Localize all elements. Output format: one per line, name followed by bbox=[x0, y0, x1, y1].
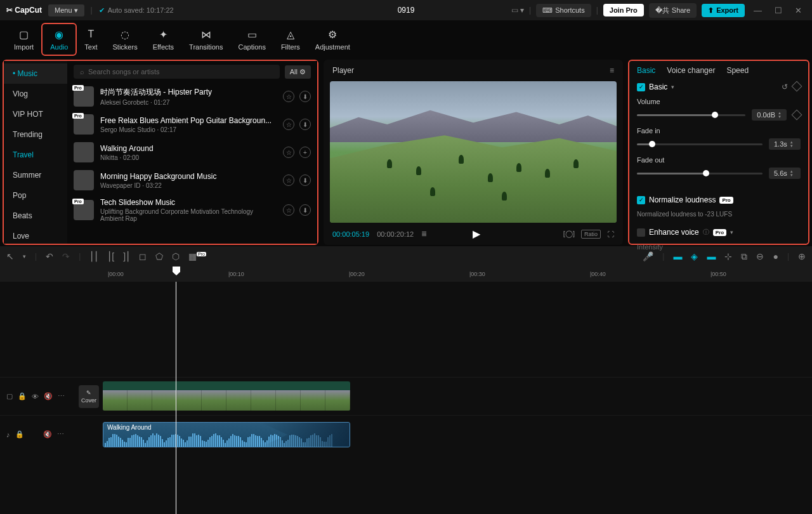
track-item[interactable]: Walking AroundNikitta · 02:00 ☆+ bbox=[67, 138, 317, 166]
track-type-icon[interactable]: ▢ bbox=[6, 392, 13, 400]
tab-audio[interactable]: ◉Audio bbox=[41, 23, 77, 56]
cat-vlog[interactable]: Vlog bbox=[4, 84, 67, 104]
link-icon[interactable]: ⧉ bbox=[741, 251, 747, 262]
enhance-checkbox[interactable] bbox=[637, 228, 645, 237]
trim-left-icon[interactable]: ⎮[ bbox=[107, 251, 114, 261]
zoom-slider-icon[interactable]: ● bbox=[773, 251, 778, 261]
menu-button[interactable]: Menu ▾ bbox=[48, 4, 84, 16]
crop-icon[interactable]: ◻ bbox=[139, 251, 147, 261]
redo-icon[interactable]: ↷ bbox=[62, 251, 70, 261]
fadein-value[interactable]: 1.3s▲▼ bbox=[769, 138, 801, 150]
video-preview[interactable] bbox=[330, 81, 617, 223]
cat-beats[interactable]: Beats bbox=[4, 206, 67, 226]
select-tool-icon[interactable]: ↖ bbox=[6, 251, 14, 261]
info-icon[interactable]: ⓘ bbox=[703, 228, 709, 237]
snap1-icon[interactable]: ▬ bbox=[673, 251, 682, 261]
ai-icon[interactable]: ▦Pro bbox=[188, 251, 206, 261]
more-icon[interactable]: ⋯ bbox=[58, 392, 65, 400]
fadeout-value[interactable]: 5.6s▲▼ bbox=[769, 168, 801, 179]
favorite-icon[interactable]: ☆ bbox=[283, 119, 294, 130]
track-item[interactable]: Pro Tech Slideshow MusicUplifting Backgr… bbox=[67, 194, 317, 226]
marker-icon[interactable]: ⬠ bbox=[155, 251, 163, 261]
volume-value[interactable]: 0.0dB▲▼ bbox=[752, 109, 787, 121]
favorite-icon[interactable]: ☆ bbox=[283, 91, 294, 102]
maximize-icon[interactable]: ☐ bbox=[771, 6, 786, 15]
search-input[interactable]: ⌕Search songs or artists bbox=[74, 65, 280, 79]
volume-slider[interactable] bbox=[637, 114, 745, 116]
player-menu-icon[interactable]: ≡ bbox=[610, 66, 614, 75]
minimize-icon[interactable]: — bbox=[750, 6, 766, 15]
cat-summer[interactable]: Summer bbox=[4, 165, 67, 185]
tab-adjustment[interactable]: ⚙Adjustment bbox=[308, 24, 358, 55]
playhead-marker[interactable] bbox=[173, 267, 180, 275]
lock-icon[interactable]: 🔒 bbox=[18, 392, 27, 400]
share-button[interactable]: �共 Share bbox=[649, 3, 697, 18]
export-button[interactable]: ⬆ Export bbox=[702, 4, 745, 17]
play-button[interactable]: ▶ bbox=[473, 228, 480, 240]
close-icon[interactable]: ✕ bbox=[791, 6, 806, 15]
tab-filters[interactable]: ◬Filters bbox=[273, 24, 308, 55]
tab-effects[interactable]: ✦Effects bbox=[145, 24, 181, 55]
cat-travel[interactable]: Travel bbox=[4, 145, 67, 165]
fadeout-slider[interactable] bbox=[637, 173, 763, 175]
cat-viphot[interactable]: VIP HOT bbox=[4, 104, 67, 124]
lock-icon[interactable]: 🔒 bbox=[15, 430, 24, 438]
mute-icon[interactable]: 🔇 bbox=[44, 392, 53, 400]
basic-checkbox[interactable]: ✓ bbox=[637, 83, 645, 91]
snap3-icon[interactable]: ▬ bbox=[707, 251, 716, 261]
favorite-icon[interactable]: ☆ bbox=[283, 204, 294, 216]
mic-icon[interactable]: 🎤 bbox=[643, 251, 653, 261]
favorite-icon[interactable]: ☆ bbox=[283, 175, 294, 186]
trim-right-icon[interactable]: ]⎮ bbox=[123, 251, 130, 261]
shortcuts-button[interactable]: ⌨ Shortcuts bbox=[536, 4, 591, 17]
timeline-ruler[interactable]: |00:00 |00:10 |00:20 |00:30 |00:40 |00:5… bbox=[0, 267, 812, 282]
playhead-line[interactable] bbox=[176, 282, 176, 514]
volume-keyframe-icon[interactable] bbox=[792, 110, 802, 121]
join-pro-button[interactable]: Join Pro bbox=[603, 4, 644, 16]
more-icon[interactable]: ⋯ bbox=[57, 430, 64, 438]
download-icon[interactable]: ⬇ bbox=[299, 91, 311, 102]
mute-icon[interactable]: 🔇 bbox=[43, 430, 52, 438]
cat-pop[interactable]: Pop bbox=[4, 185, 67, 206]
fadein-slider[interactable] bbox=[637, 143, 763, 145]
scan-icon[interactable]: [◯] bbox=[563, 230, 575, 238]
proptab-voice[interactable]: Voice changer bbox=[667, 66, 715, 75]
proptab-speed[interactable]: Speed bbox=[726, 66, 749, 75]
zoom-in-icon[interactable]: ⊕ bbox=[798, 251, 806, 261]
filter-button[interactable]: All ⚙ bbox=[285, 65, 311, 79]
favorite-icon[interactable]: ☆ bbox=[283, 147, 294, 158]
eye-icon[interactable]: 👁 bbox=[32, 393, 39, 400]
track-item[interactable]: Morning Happy Background MusicWavepaper … bbox=[67, 166, 317, 194]
tab-captions[interactable]: ▭Captions bbox=[230, 24, 273, 55]
keyframe-icon[interactable] bbox=[792, 81, 802, 92]
cat-trending[interactable]: Trending bbox=[4, 124, 67, 145]
track-item[interactable]: Pro Free Relax Blues Ambient Pop Guitar … bbox=[67, 110, 317, 138]
audio-track-icon[interactable]: ♪ bbox=[6, 431, 10, 438]
tab-text[interactable]: TText bbox=[77, 24, 105, 55]
aspect-icon[interactable]: ▭ ▾ bbox=[511, 6, 524, 15]
video-clip[interactable]: Pine tree valley in Italy with rocky mou… bbox=[103, 381, 350, 411]
cat-love[interactable]: Love bbox=[4, 226, 67, 246]
ratio-button[interactable]: Ratio bbox=[581, 230, 601, 239]
zoom-out-icon[interactable]: ⊖ bbox=[756, 251, 764, 261]
normalize-checkbox[interactable]: ✓ bbox=[637, 196, 645, 204]
tab-stickers[interactable]: ◌Stickers bbox=[105, 24, 145, 55]
track-item[interactable]: Pro 时尚节奏活动现场 - Hipster PartyAleksei Goro… bbox=[67, 82, 317, 110]
proptab-basic[interactable]: Basic bbox=[637, 66, 655, 75]
snap2-icon[interactable]: ◈ bbox=[691, 251, 698, 261]
tab-import[interactable]: ▢Import bbox=[6, 24, 41, 55]
tab-transitions[interactable]: ⋈Transitions bbox=[181, 24, 230, 55]
split-icon[interactable]: ⎮⎮ bbox=[89, 251, 98, 261]
download-icon[interactable]: ⬇ bbox=[299, 175, 311, 186]
undo-icon[interactable]: ↶ bbox=[46, 251, 53, 261]
download-icon[interactable]: ⬇ bbox=[299, 204, 311, 216]
cat-music[interactable]: • Music bbox=[4, 63, 67, 84]
audio-clip[interactable]: Walking Around bbox=[103, 422, 350, 447]
add-icon[interactable]: + bbox=[299, 147, 311, 158]
cover-button[interactable]: ✎Cover bbox=[79, 385, 99, 408]
download-icon[interactable]: ⬇ bbox=[299, 119, 311, 130]
fullscreen-icon[interactable]: ⛶ bbox=[607, 230, 614, 238]
align-icon[interactable]: ⊹ bbox=[724, 251, 732, 261]
quality-icon[interactable]: ≣ bbox=[421, 230, 427, 238]
shield-icon[interactable]: ⬡ bbox=[172, 251, 180, 261]
